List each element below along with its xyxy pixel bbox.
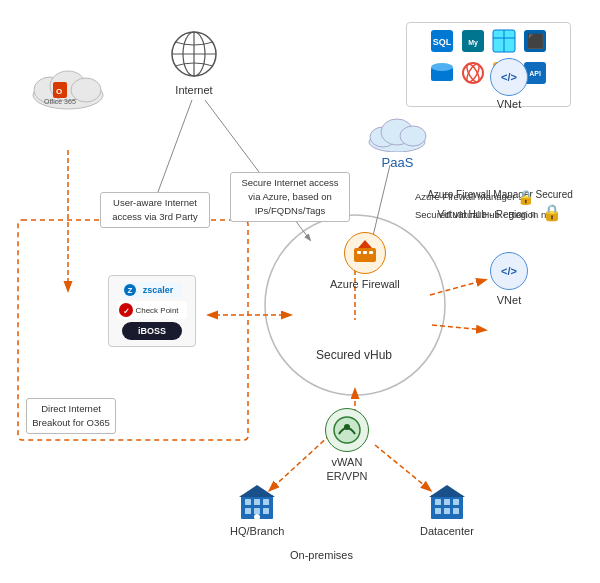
office365-node: O Office 365: [28, 60, 108, 110]
svg-rect-67: [254, 499, 260, 505]
svg-rect-71: [263, 508, 269, 514]
iboss-icon: iBOSS: [122, 322, 182, 340]
svg-line-6: [270, 435, 330, 490]
azure-firewall-label: Azure Firewall: [330, 277, 400, 291]
iboss-row: iBOSS: [122, 322, 182, 340]
svg-rect-69: [245, 508, 251, 514]
cosmos-icon: [459, 59, 487, 87]
vnet1-label: VNet: [497, 293, 521, 307]
secured-hub-region: Secured Virtual Hub - Region n: [415, 209, 546, 220]
firewall-emoji: 🔒: [517, 189, 534, 205]
secure-internet-text: Secure Internet access via Azure, based …: [241, 177, 338, 216]
svg-rect-80: [453, 508, 459, 514]
secure-internet-annotation: Secure Internet access via Azure, based …: [230, 172, 350, 222]
hq-branch-node: HQ/Branch: [230, 485, 284, 538]
svg-line-7: [375, 445, 430, 490]
vnet1-node: </> VNet: [490, 252, 528, 307]
svg-text:iBOSS: iBOSS: [138, 326, 166, 336]
svg-rect-78: [435, 508, 441, 514]
svg-text:Z: Z: [128, 286, 133, 295]
svg-marker-81: [429, 485, 465, 497]
svg-text:</>: </>: [501, 71, 517, 83]
diagram-container: O Office 365 Internet PaaS: [0, 0, 600, 583]
svg-marker-72: [239, 485, 275, 497]
svg-line-11: [432, 325, 485, 330]
svg-text:SQL: SQL: [433, 37, 452, 47]
mysql-icon-container: My: [459, 27, 487, 55]
internet-globe-icon: [168, 28, 220, 80]
svg-line-12: [372, 165, 390, 240]
svg-rect-49: [369, 251, 373, 254]
hq-branch-icon: [239, 485, 275, 521]
vnet2-icon: </>: [490, 58, 528, 96]
svg-point-52: [344, 424, 350, 430]
svg-rect-75: [435, 499, 441, 505]
paas-icons-row2: f API: [428, 59, 549, 87]
direct-breakout-text: Direct Internet Breakout for O365: [32, 403, 110, 428]
datacenter-icon: [429, 485, 465, 521]
azure-firewall-icon: [344, 232, 386, 274]
azure-firewall-node: Azure Firewall: [330, 232, 400, 291]
svg-point-73: [254, 514, 260, 520]
hq-branch-label: HQ/Branch: [230, 524, 284, 538]
svg-line-10: [430, 280, 485, 295]
svg-rect-79: [444, 508, 450, 514]
user-aware-text: User-aware Internet access via 3rd Party: [112, 197, 198, 222]
vwan-icon: [325, 408, 369, 452]
mysql-icon: My: [459, 27, 487, 55]
azure-fw-manager-region-text: Azure Firewall Manager🔒 Secured Virtual …: [415, 188, 585, 221]
secured-vhub-label: Secured vHub: [316, 348, 392, 364]
svg-rect-68: [263, 499, 269, 505]
svg-line-2: [155, 100, 192, 200]
vnet2-node: </> VNet: [490, 0, 528, 111]
azure-fw-manager-title: Azure Firewall Manager: [415, 191, 515, 202]
vwan-node: vWAN ER/VPN: [325, 408, 369, 484]
storage-icon: [428, 59, 456, 87]
sql-icon: SQL: [428, 27, 456, 55]
svg-text:zscaler: zscaler: [143, 285, 174, 295]
sql-icon-container: SQL: [428, 27, 456, 55]
svg-text:⬛: ⬛: [527, 33, 545, 50]
vnet1-icon: </>: [490, 252, 528, 290]
svg-rect-47: [357, 251, 361, 254]
svg-rect-48: [363, 251, 367, 254]
svg-rect-70: [254, 508, 260, 514]
svg-rect-76: [444, 499, 450, 505]
datacenter-label: Datacenter: [420, 524, 474, 538]
svg-rect-74: [431, 495, 463, 519]
user-aware-annotation: User-aware Internet access via 3rd Party: [100, 192, 210, 228]
zscaler-icon: Z zscaler: [122, 282, 182, 298]
datacenter-node: Datacenter: [420, 485, 474, 538]
direct-breakout-annotation: Direct Internet Breakout for O365: [26, 398, 116, 434]
internet-label: Internet: [175, 83, 212, 97]
svg-rect-46: [354, 248, 376, 262]
svg-text:✓: ✓: [123, 307, 130, 316]
paas-node: PaaS: [365, 110, 430, 172]
secured-vhub-label-node: Secured vHub: [316, 345, 392, 364]
svg-text:</>: </>: [501, 265, 517, 277]
on-premises-label: On-premises: [290, 548, 353, 563]
vwan-label: vWAN ER/VPN: [327, 455, 368, 484]
svg-text:Check Point: Check Point: [135, 306, 179, 315]
svg-point-38: [431, 63, 453, 71]
checkpoint-row: ✓ Check Point: [117, 301, 187, 319]
checkpoint-icon: ✓ Check Point: [117, 301, 187, 319]
paas-label: PaaS: [382, 155, 414, 172]
office365-cloud-icon: O Office 365: [28, 60, 108, 110]
svg-rect-77: [453, 499, 459, 505]
paas-cloud-icon: [365, 110, 430, 152]
svg-rect-66: [245, 499, 251, 505]
zscaler-row: Z zscaler: [122, 282, 182, 298]
svg-text:Office 365: Office 365: [44, 98, 76, 105]
third-party-box: Z zscaler ✓ Check Point iBOSS: [108, 275, 196, 347]
svg-text:My: My: [468, 39, 478, 47]
paas-icons-box: SQL My ⬛: [406, 22, 571, 107]
svg-marker-50: [358, 240, 372, 248]
svg-text:O: O: [56, 87, 62, 96]
paas-icons-row: SQL My ⬛: [428, 27, 549, 55]
vnet2-label: VNet: [497, 97, 521, 111]
internet-node: Internet: [168, 28, 220, 97]
svg-text:API: API: [529, 70, 541, 77]
svg-point-27: [400, 126, 426, 146]
